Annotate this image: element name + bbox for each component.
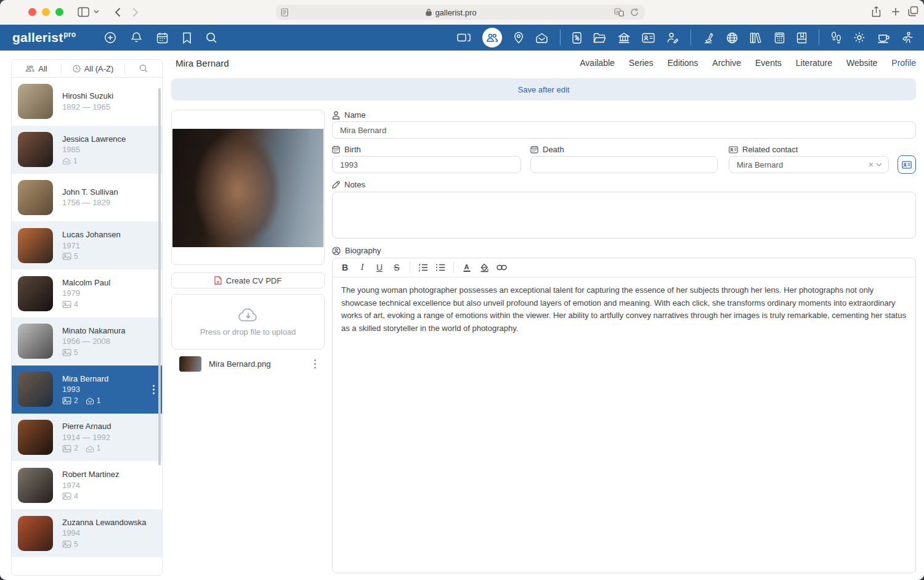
sort-az-button[interactable]: All (A-Z) (62, 60, 124, 77)
tab-archive[interactable]: Archive (712, 58, 741, 68)
new-tab-icon[interactable] (891, 7, 900, 16)
footprints-icon[interactable] (831, 31, 841, 44)
translate-icon[interactable]: a (614, 8, 624, 17)
search-icon[interactable] (206, 32, 217, 44)
app-logo[interactable]: galleristpro (12, 30, 76, 45)
back-icon[interactable] (115, 7, 121, 17)
artist-name: John T. Sullivan (62, 187, 118, 198)
artist-row[interactable]: John T. Sullivan1756 — 1829 (12, 174, 162, 222)
open-contact-button[interactable] (898, 155, 916, 174)
artist-row[interactable]: Malcolm Paul19794 (12, 269, 162, 317)
related-contact-select[interactable]: Mira Bernard × (729, 156, 889, 173)
tab-editions[interactable]: Editions (668, 58, 699, 68)
notes-textarea[interactable] (332, 192, 916, 239)
forward-icon[interactable] (132, 7, 139, 17)
reload-icon[interactable] (630, 8, 639, 17)
tab-literature[interactable]: Literature (796, 58, 832, 68)
url-bar[interactable]: gallerist.pro a (276, 5, 644, 20)
filter-all-button[interactable]: All (12, 60, 61, 77)
bold-button[interactable]: B (338, 261, 352, 274)
travel-icon[interactable] (902, 31, 914, 44)
artwork-count: 4 (74, 491, 78, 501)
related-contact-value: Mira Bernard (737, 160, 783, 170)
tab-profile[interactable]: Profile (891, 58, 916, 68)
save-after-edit-button[interactable]: Save after edit (171, 78, 916, 100)
calendar-icon[interactable] (156, 32, 168, 44)
tab-available[interactable]: Available (580, 58, 615, 68)
artist-row[interactable]: Minato Nakamura1956 — 20085 (12, 317, 162, 366)
name-input[interactable] (332, 121, 916, 139)
biography-text[interactable]: The young woman photographer possesses a… (333, 277, 915, 341)
fill-color-button[interactable] (477, 261, 492, 274)
upload-dropzone[interactable]: Press or drop file to upload (171, 294, 325, 349)
artwork-count: 4 (74, 300, 78, 309)
death-input[interactable] (530, 156, 718, 173)
search-icon (139, 64, 148, 73)
museum-icon[interactable] (618, 32, 630, 44)
upload-hint: Press or drop file to upload (200, 327, 296, 337)
chevron-down-icon[interactable] (94, 10, 99, 14)
close-window-button[interactable] (28, 8, 36, 16)
artist-row[interactable]: Hiroshi Suzuki1892 — 1965 (12, 78, 162, 126)
birth-input[interactable] (332, 156, 521, 173)
catalog-book-icon[interactable] (796, 32, 807, 44)
bullet-list-button[interactable] (433, 261, 448, 274)
artist-row[interactable]: Zuzanna Lewandowska19945 (12, 509, 162, 557)
bookmark-icon[interactable] (182, 32, 192, 44)
sidebar-toggle-icon[interactable] (78, 7, 89, 17)
artist-name: Malcolm Paul (62, 277, 110, 288)
person-edit-icon[interactable] (667, 32, 679, 43)
notifications-bell-icon[interactable] (131, 31, 142, 44)
artist-row[interactable]: Lucas Johansen19715 (12, 221, 162, 269)
text-color-button[interactable]: A (460, 261, 474, 274)
contact-card-icon (729, 146, 738, 153)
globe-icon[interactable] (726, 32, 738, 44)
artist-row[interactable]: Robert Martinez19744 (12, 461, 162, 509)
sidebar-scrollbar[interactable] (158, 88, 161, 465)
url-text: gallerist.pro (435, 8, 476, 17)
artist-counts: 4 (62, 300, 110, 309)
artist-name: Zuzanna Lewandowska (62, 517, 147, 528)
share-icon[interactable] (872, 6, 881, 17)
artist-menu-icon[interactable] (150, 382, 157, 396)
people-icon[interactable] (482, 28, 502, 47)
tab-series[interactable]: Series (629, 58, 654, 68)
artist-name: Pierre Arnaud (62, 421, 111, 432)
link-button[interactable] (494, 261, 509, 274)
stamp-icon[interactable] (703, 32, 715, 44)
inbox-mail-icon[interactable] (535, 32, 548, 43)
file-row[interactable]: Mira Bernard.png (171, 354, 325, 373)
location-pin-icon[interactable] (514, 31, 524, 44)
add-icon[interactable] (104, 31, 116, 44)
artist-row[interactable]: Jessica Lawrence19851 (12, 126, 162, 174)
inbox-mail-icon (86, 445, 94, 452)
artist-photo[interactable] (172, 129, 323, 247)
folder-open-icon[interactable] (593, 33, 606, 43)
artist-counts: 21 (62, 396, 108, 406)
strikethrough-button[interactable]: S (389, 261, 404, 274)
library-icon[interactable] (750, 32, 763, 44)
chevron-down-icon[interactable] (876, 163, 882, 166)
minimize-window-button[interactable] (42, 8, 50, 16)
contact-card-icon[interactable] (642, 33, 655, 43)
file-menu-icon[interactable] (312, 357, 318, 371)
artist-row[interactable]: Mira Bernard199321 (12, 366, 162, 414)
ordered-list-button[interactable] (416, 261, 431, 274)
frames-icon[interactable] (457, 32, 471, 43)
reader-icon[interactable] (281, 8, 288, 17)
settings-gear-icon[interactable] (853, 31, 865, 44)
italic-button[interactable]: I (355, 261, 370, 274)
create-cv-pdf-button[interactable]: Create CV PDF (171, 272, 325, 288)
underline-button[interactable]: U (372, 261, 387, 274)
tab-events[interactable]: Events (755, 58, 782, 68)
zoom-window-button[interactable] (55, 8, 63, 16)
calculator-icon[interactable] (774, 32, 785, 44)
coffee-cup-icon[interactable] (877, 32, 890, 43)
artist-row[interactable]: Pierre Arnaud1914 — 199221 (12, 414, 162, 462)
artwork-card-icon[interactable] (572, 32, 582, 44)
tab-website[interactable]: Website (846, 58, 877, 68)
tab-overview-icon[interactable] (908, 6, 918, 17)
person-icon (332, 111, 340, 120)
sidebar-search-button[interactable] (125, 60, 162, 77)
clear-icon[interactable]: × (866, 160, 876, 170)
